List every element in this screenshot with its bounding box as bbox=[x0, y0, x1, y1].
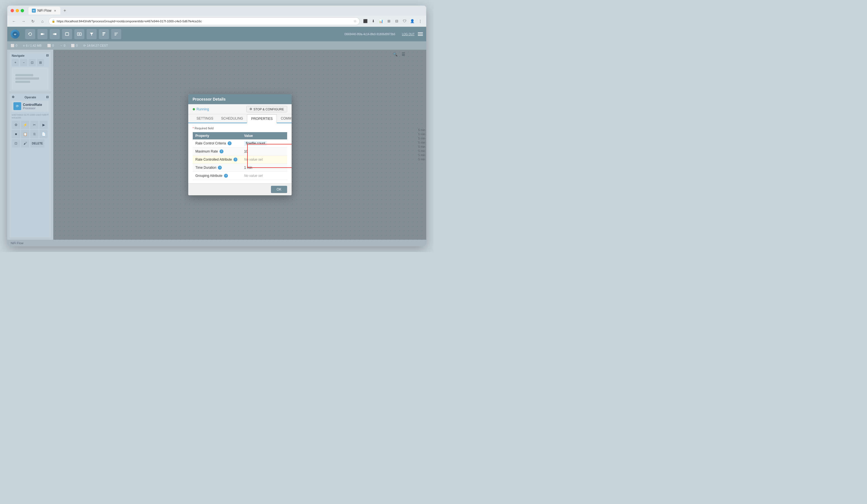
processor-name: ControlRate bbox=[23, 103, 42, 107]
stop-configure-label: STOP & CONFIGURE bbox=[253, 108, 284, 111]
in-value: 6 / 1,42 MB bbox=[26, 44, 42, 47]
status-tasks: ⬜ 0 bbox=[71, 44, 78, 47]
nifi-logo: ni bbox=[11, 30, 20, 39]
tab-settings[interactable]: SETTINGS bbox=[193, 114, 217, 123]
profile-icon[interactable]: 👤 bbox=[409, 19, 415, 24]
security-icon: 🔒 bbox=[52, 20, 55, 23]
paste-button[interactable]: 📄 bbox=[39, 130, 48, 138]
preview-bar bbox=[15, 81, 30, 83]
rw-value: 0 bbox=[52, 44, 54, 47]
delete-button[interactable]: DELETE bbox=[30, 139, 44, 148]
modal-status-bar: Running ⚙ STOP & CONFIGURE bbox=[188, 104, 292, 114]
property-column-header: Property bbox=[193, 132, 241, 139]
group-button[interactable]: ⊡ bbox=[12, 139, 20, 148]
minimize-button[interactable] bbox=[15, 9, 19, 12]
operate-collapse-icon[interactable]: ⊟ bbox=[46, 95, 49, 99]
help-icon[interactable]: ? bbox=[224, 174, 228, 178]
stop-configure-button[interactable]: ⚙ STOP & CONFIGURE bbox=[246, 106, 287, 112]
browser-tab[interactable]: N NiFi Flow ✕ bbox=[29, 7, 60, 14]
modal-body: * Required field Property Value bbox=[188, 123, 292, 183]
start-button[interactable]: ▶ bbox=[39, 121, 48, 129]
navigate-controls: + − ⊡ ⊞ bbox=[12, 59, 49, 66]
toolbar-annotation-btn[interactable] bbox=[111, 29, 121, 39]
url-text: https://localhost:8443/nifi/?processGrou… bbox=[57, 20, 202, 23]
logout-link[interactable]: LOG OUT bbox=[402, 33, 415, 36]
nifi-toolbar: ni bbox=[7, 27, 426, 41]
color-button[interactable]: 🖌 bbox=[21, 139, 29, 148]
browser-icons: ⬛ ⬇ 📊 ⊞ ⊟ 🛡 👤 ⋮ bbox=[363, 19, 423, 24]
property-value-cell[interactable]: 1 min bbox=[241, 164, 270, 172]
toolbar-refresh-btn[interactable] bbox=[25, 29, 35, 39]
operate-label: Operate bbox=[24, 96, 36, 99]
toolbar-remote-group-btn[interactable] bbox=[74, 29, 84, 39]
hamburger-menu[interactable] bbox=[418, 32, 423, 36]
zoom-in-button[interactable]: + bbox=[12, 59, 19, 66]
menu-icon[interactable]: ⋮ bbox=[417, 19, 423, 24]
split-view-icon[interactable]: ⊟ bbox=[394, 19, 399, 24]
fit-button[interactable]: ⊡ bbox=[29, 59, 36, 66]
property-action-cell bbox=[270, 164, 287, 172]
change-version-button[interactable]: ✂ bbox=[30, 121, 39, 129]
ok-button[interactable]: OK bbox=[271, 186, 287, 193]
new-tab-button[interactable]: + bbox=[62, 7, 68, 14]
tab-close-button[interactable]: ✕ bbox=[53, 9, 57, 13]
svg-text:ni: ni bbox=[14, 33, 16, 36]
tab-grid-icon[interactable]: ⊞ bbox=[386, 19, 392, 24]
refresh-button[interactable]: ↻ bbox=[30, 18, 36, 24]
queued-value: 0 bbox=[15, 44, 17, 47]
home-button[interactable]: ⌂ bbox=[39, 18, 46, 24]
property-value-cell[interactable]: flowfile count bbox=[241, 139, 270, 148]
property-value-cell[interactable]: 10 bbox=[241, 148, 270, 156]
in-icon: ≡ bbox=[23, 44, 24, 47]
enable-button[interactable]: ⚡ bbox=[21, 121, 29, 129]
zoom-out-button[interactable]: − bbox=[20, 59, 28, 66]
shield-icon[interactable]: 🛡 bbox=[402, 19, 407, 24]
bookmark-icon: ☆ bbox=[354, 19, 357, 23]
required-field-text: Required field bbox=[195, 127, 214, 130]
back-button[interactable]: ← bbox=[11, 18, 17, 24]
toolbar-output-btn[interactable] bbox=[50, 29, 60, 39]
split-view-btn[interactable]: ⊞ bbox=[37, 59, 44, 66]
preview-content bbox=[15, 69, 45, 87]
tab-comments[interactable]: COMMENTS bbox=[277, 114, 291, 123]
properties-table: Property Value bbox=[193, 132, 287, 180]
tab-scheduling[interactable]: SCHEDULING bbox=[217, 114, 247, 123]
forward-button[interactable]: → bbox=[20, 18, 27, 24]
svg-rect-3 bbox=[54, 33, 56, 35]
toolbar-input-btn[interactable] bbox=[38, 29, 47, 39]
processor-details: ControlRate Processor bbox=[23, 103, 42, 110]
canvas-area: 5 min 5 min 5 min 5 min 5 min 5 min 5 mi… bbox=[53, 50, 426, 240]
extensions-icon[interactable]: ⬛ bbox=[363, 19, 368, 24]
url-bar[interactable]: 🔒 https://localhost:8443/nifi/?processGr… bbox=[49, 17, 360, 25]
template-button[interactable]: 📋 bbox=[21, 130, 29, 138]
navigate-collapse-icon[interactable]: ⊟ bbox=[46, 54, 49, 57]
nifi-status-bar: ⬜ 0 ≡ 6 / 1,42 MB ⬜ 0 → 0 ⬜ 0 ⟳ 14:54:27… bbox=[7, 41, 426, 50]
toolbar-template-btn[interactable] bbox=[99, 29, 109, 39]
hamburger-line bbox=[418, 35, 423, 36]
help-icon[interactable]: ? bbox=[228, 141, 232, 145]
property-name: Rate Controlled Attribute bbox=[195, 158, 232, 161]
help-icon[interactable]: ? bbox=[220, 149, 223, 153]
value-column-header: Value bbox=[241, 132, 270, 139]
copy-button[interactable]: ⎘ bbox=[30, 130, 39, 138]
maximize-button[interactable] bbox=[21, 9, 24, 12]
tab-properties[interactable]: PROPERTIES bbox=[247, 114, 277, 123]
toolbar-process-group-btn[interactable] bbox=[62, 29, 72, 39]
title-bar: N NiFi Flow ✕ + bbox=[7, 6, 426, 15]
close-button[interactable] bbox=[11, 9, 14, 12]
download-icon[interactable]: ⬇ bbox=[371, 19, 376, 24]
configure-button[interactable]: ⚙ bbox=[12, 121, 20, 129]
help-icon[interactable]: ? bbox=[218, 166, 222, 170]
help-icon[interactable]: ? bbox=[234, 158, 237, 161]
table-row: Maximum Rate ? 10 bbox=[193, 148, 287, 156]
stop-button[interactable]: ■ bbox=[12, 130, 20, 138]
traffic-lights bbox=[11, 9, 24, 12]
stats-icon[interactable]: 📊 bbox=[378, 19, 384, 24]
user-id: l3669440-95fa-4c14-8fe0-91806d9973b6 bbox=[344, 33, 395, 36]
toolbar-funnel-btn[interactable] bbox=[87, 29, 97, 39]
property-value-cell[interactable]: No value set bbox=[241, 172, 270, 180]
property-value-cell[interactable]: No value set bbox=[241, 156, 270, 164]
modal-tabs: SETTINGS SCHEDULING PROPERTIES COMMENTS bbox=[188, 114, 292, 123]
tasks-icon: ⬜ bbox=[71, 44, 75, 47]
bottom-bar: NiFi Flow bbox=[7, 240, 426, 246]
